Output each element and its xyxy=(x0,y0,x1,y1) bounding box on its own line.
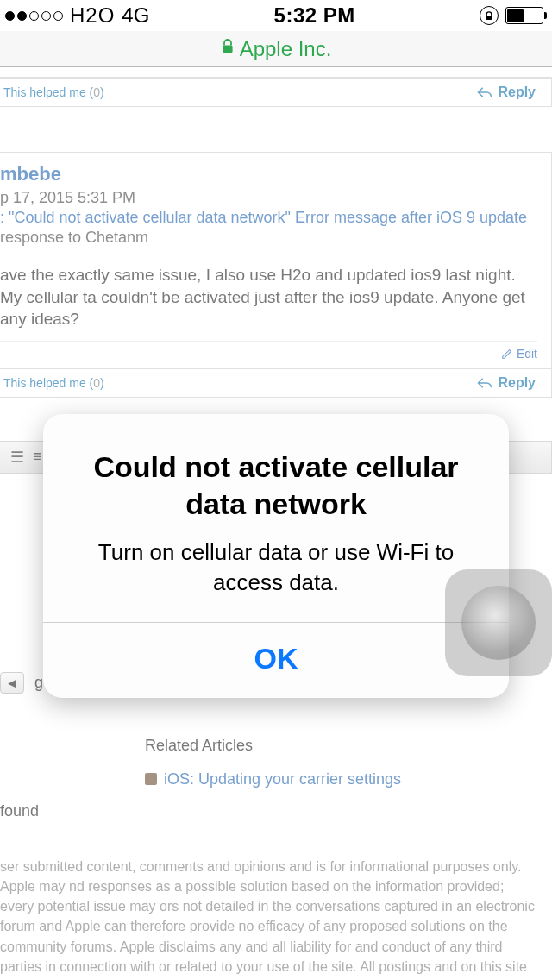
lock-icon xyxy=(221,38,235,60)
rotation-lock-icon xyxy=(480,6,499,25)
site-title: Apple Inc. xyxy=(240,37,332,61)
assistive-touch-icon xyxy=(461,586,536,660)
alert-title: Could not activate cellular data network xyxy=(66,449,486,522)
safari-address-bar[interactable]: Apple Inc. xyxy=(0,31,552,67)
signal-strength-icon xyxy=(5,11,63,21)
carrier-label: H2O xyxy=(70,3,115,28)
clock-label: 5:32 PM xyxy=(274,3,355,28)
status-bar: H2O 4G 5:32 PM xyxy=(0,0,552,31)
alert-dialog: Could not activate cellular data network… xyxy=(43,414,509,698)
alert-message: Turn on cellular data or use Wi-Fi to ac… xyxy=(66,537,486,598)
status-right xyxy=(480,6,543,25)
svg-rect-0 xyxy=(486,16,492,20)
svg-rect-1 xyxy=(223,45,232,53)
alert-ok-button[interactable]: OK xyxy=(43,623,509,698)
battery-icon xyxy=(505,7,543,24)
assistive-touch-button[interactable] xyxy=(445,569,552,676)
network-type-label: 4G xyxy=(122,3,149,28)
status-left: H2O 4G xyxy=(5,3,149,28)
